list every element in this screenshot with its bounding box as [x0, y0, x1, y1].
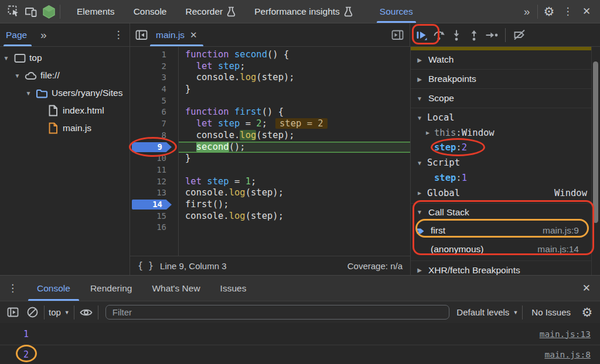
topbar-tab-recorder[interactable]: Recorder — [176, 0, 246, 23]
drawer-tab-console[interactable]: Console — [27, 276, 80, 301]
context-selector[interactable]: top ▼ — [49, 307, 70, 317]
gutter[interactable]: 16 — [130, 222, 179, 233]
topbar-tab-sources[interactable]: Sources — [370, 0, 422, 23]
scope-group-global[interactable]: ▶GlobalWindow — [411, 186, 591, 201]
code-line-15[interactable]: 15console.log(step); — [130, 211, 410, 222]
scrollbar-thumb[interactable] — [593, 61, 598, 223]
code-line-11[interactable]: 11 — [130, 164, 410, 176]
gutter[interactable]: 14 — [130, 199, 179, 211]
scope-var-step[interactable]: step: 2 — [411, 140, 591, 156]
close-tab-icon[interactable]: ✕ — [190, 30, 197, 40]
gutter[interactable]: 6 — [130, 107, 179, 118]
scope-group-local[interactable]: ▼Local — [411, 110, 591, 125]
drawer-menu-icon[interactable]: ⋮ — [0, 276, 27, 301]
tree-item-top[interactable]: ▼top — [0, 49, 129, 67]
device-toolbar-icon[interactable] — [23, 4, 39, 19]
scrollbar-track[interactable] — [591, 47, 600, 275]
tab-page[interactable]: Page — [0, 23, 35, 46]
step-icon[interactable] — [484, 28, 499, 43]
gutter[interactable]: 9 — [130, 142, 179, 153]
source-location-link[interactable]: main.js:13 — [540, 329, 591, 339]
close-drawer-icon[interactable]: ✕ — [573, 276, 600, 301]
code-line-3[interactable]: 3 console.log(step); — [130, 72, 410, 84]
gutter[interactable]: 11 — [130, 164, 179, 176]
code-area[interactable]: 1function second() {2 let step;3 console… — [130, 47, 410, 256]
breakpoint-marker-line-14[interactable]: 14 — [132, 200, 172, 210]
drawer-tab-what-s-new[interactable]: What's New — [142, 276, 210, 301]
section-watch[interactable]: ▶ Watch — [411, 50, 591, 70]
more-navigator-tabs-icon[interactable]: » — [35, 28, 50, 43]
section-scope[interactable]: ▼ Scope — [411, 89, 591, 108]
gutter[interactable]: 3 — [130, 72, 179, 84]
gutter[interactable]: 8 — [130, 130, 179, 142]
topbar-tab-console[interactable]: Console — [124, 0, 176, 23]
gutter[interactable]: 2 — [130, 61, 179, 73]
close-devtools-icon[interactable]: ✕ — [579, 4, 594, 19]
more-tabs-icon[interactable]: » — [519, 4, 534, 19]
code-line-6[interactable]: 6function first() { — [130, 107, 410, 118]
code-line-10[interactable]: 10} — [130, 153, 410, 164]
code-line-5[interactable]: 5 — [130, 95, 410, 107]
code-line-2[interactable]: 2 let step; — [130, 61, 410, 73]
step-over-icon[interactable] — [431, 28, 446, 43]
tree-item-index-html[interactable]: index.html — [0, 102, 129, 119]
drawer-tab-rendering[interactable]: Rendering — [80, 276, 142, 301]
settings-gear-icon[interactable]: ⚙ — [541, 4, 557, 19]
console-settings-gear-icon[interactable]: ⚙ — [579, 305, 595, 320]
gutter[interactable]: 15 — [130, 211, 179, 222]
expand-caret-icon[interactable]: ▼ — [2, 55, 10, 61]
drawer-tab-issues[interactable]: Issues — [210, 276, 257, 301]
editor-tab-mainjs[interactable]: main.js ✕ — [149, 23, 204, 46]
gutter[interactable]: 10 — [130, 153, 179, 164]
code-line-13[interactable]: 13console.log(step); — [130, 187, 410, 199]
topbar-tab-performance-insights[interactable]: Performance insights — [245, 0, 362, 23]
call-stack-frame-first[interactable]: firstmain.js:9 — [411, 221, 591, 241]
section-call-stack[interactable]: ▼ Call Stack — [411, 204, 591, 221]
step-out-icon[interactable] — [466, 28, 482, 43]
tree-item-file-[interactable]: ▼file:// — [0, 67, 129, 84]
filter-input[interactable] — [105, 305, 450, 320]
console-sidebar-icon[interactable] — [5, 305, 21, 320]
section-breakpoints[interactable]: ▶ Breakpoints — [411, 70, 591, 89]
nodejs-icon[interactable] — [41, 4, 56, 19]
deactivate-breakpoints-icon[interactable] — [512, 28, 527, 43]
issues-counter[interactable]: No Issues — [527, 307, 575, 317]
clear-console-icon[interactable] — [25, 305, 40, 320]
gutter[interactable]: 1 — [130, 49, 179, 61]
log-levels-selector[interactable]: Default levels ▼ — [456, 307, 518, 317]
tree-item-users-ryany-sites[interactable]: ▼Users/ryany/Sites — [0, 84, 129, 102]
code-line-16[interactable]: 16 — [130, 222, 410, 233]
expand-caret-icon[interactable]: ▼ — [13, 73, 21, 79]
topbar-tab-elements[interactable]: Elements — [67, 0, 124, 23]
collapse-navigator-icon[interactable] — [134, 28, 149, 43]
scope-var-this[interactable]: ▶this: Window — [411, 125, 591, 140]
step-into-icon[interactable] — [449, 28, 464, 43]
expand-debugger-icon[interactable] — [390, 28, 405, 43]
live-expression-eye-icon[interactable] — [79, 305, 94, 320]
code-line-14[interactable]: 14first(); — [130, 199, 410, 211]
gutter[interactable]: 7 — [130, 118, 179, 130]
code-line-4[interactable]: 4} — [130, 84, 410, 95]
code-line-12[interactable]: 12let step = 1; — [130, 176, 410, 188]
scope-var-step[interactable]: step: 1 — [411, 170, 591, 186]
code-line-7[interactable]: 7 let step = 2;step = 2 — [130, 118, 410, 130]
chevron-right-icon[interactable]: ▶ — [426, 129, 434, 136]
gutter[interactable]: 13 — [130, 187, 179, 199]
code-line-9[interactable]: 9 second(); — [130, 142, 410, 153]
tree-item-main-js[interactable]: main.js — [0, 119, 129, 137]
pretty-print-icon[interactable]: { } — [138, 260, 154, 271]
gutter[interactable]: 4 — [130, 84, 179, 95]
execution-pointer-line-9[interactable]: 9 — [132, 142, 172, 153]
navigator-menu-icon[interactable]: ⋮ — [111, 28, 126, 43]
source-location-link[interactable]: main.js:8 — [544, 350, 591, 359]
scope-group-script[interactable]: ▼Script — [411, 155, 591, 170]
call-stack-frame--anonymous-[interactable]: (anonymous)main.js:14 — [411, 240, 591, 259]
resume-script-icon[interactable] — [414, 28, 429, 43]
customize-menu-icon[interactable]: ⋮ — [560, 4, 575, 19]
gutter[interactable]: 12 — [130, 176, 179, 188]
gutter[interactable]: 5 — [130, 95, 179, 107]
code-line-8[interactable]: 8 console.log(step); — [130, 130, 410, 142]
inspect-element-icon[interactable] — [6, 4, 21, 19]
code-line-1[interactable]: 1function second() { — [130, 49, 410, 61]
expand-caret-icon[interactable]: ▼ — [25, 90, 32, 97]
